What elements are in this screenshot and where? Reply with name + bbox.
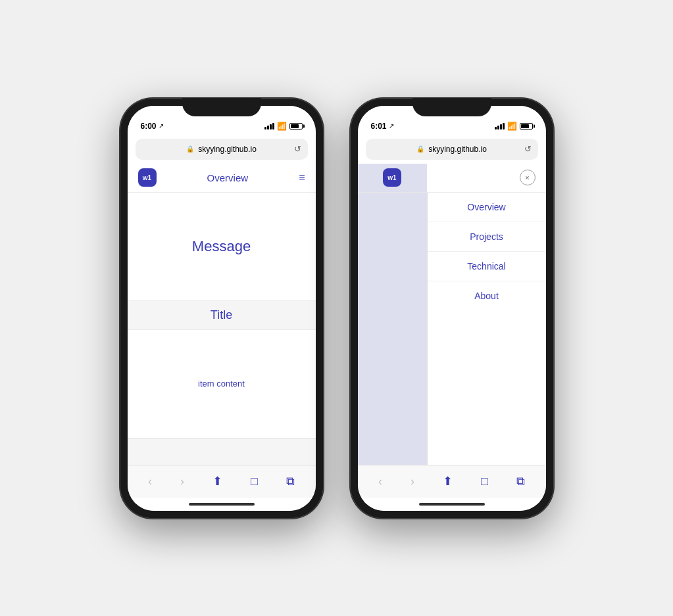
page-content-1: Message Title item content <box>128 193 316 465</box>
message-text: Message <box>192 238 251 255</box>
wifi-icon-1: 📶 <box>277 122 287 131</box>
bottom-bar-2: ‹ › ⬆ □ ⧉ <box>358 465 546 498</box>
forward-button-1[interactable]: › <box>175 472 189 491</box>
overlay-left <box>358 193 427 465</box>
battery-icon-2 <box>520 123 533 130</box>
bottom-bar-1: ‹ › ⬆ □ ⧉ <box>128 465 316 498</box>
home-indicator-1 <box>128 498 316 511</box>
dropdown-menu: Overview Projects Technical About <box>427 193 546 465</box>
home-indicator-2 <box>358 498 546 511</box>
notch-1 <box>182 98 261 116</box>
phone-1: 6:00 ↗ 📶 <box>120 98 324 519</box>
tabs-button-2[interactable]: ⧉ <box>511 472 530 491</box>
nav-bar-2: w1 × <box>358 164 546 193</box>
nav-bar-1: w1 Overview ≡ <box>128 164 316 193</box>
bottom-padding <box>128 438 316 465</box>
lock-icon-2: 🔒 <box>416 145 424 153</box>
back-button-1[interactable]: ‹ <box>143 472 157 491</box>
back-button-2[interactable]: ‹ <box>373 472 387 491</box>
notch-2 <box>412 98 491 116</box>
status-icons-1: 📶 <box>264 122 303 131</box>
refresh-button-1[interactable]: ↺ <box>294 144 301 154</box>
address-field-2[interactable]: 🔒 skyying.github.io ↺ <box>366 139 538 160</box>
status-time-2: 6:01 <box>371 122 387 131</box>
item-content-text: item content <box>198 379 245 389</box>
scene: 6:00 ↗ 📶 <box>93 72 580 545</box>
title-section: Title <box>128 301 316 330</box>
close-button-2[interactable]: × <box>520 170 536 185</box>
address-text-2: skyying.github.io <box>428 145 487 154</box>
status-icons-2: 📶 <box>495 122 533 131</box>
menu-item-technical[interactable]: Technical <box>428 252 546 281</box>
signal-icon-1 <box>264 123 274 130</box>
signal-icon-2 <box>495 123 505 130</box>
phone-2: 6:01 ↗ 📶 <box>350 98 554 519</box>
dropdown-header-2: × <box>427 164 546 193</box>
address-bar-2: 🔒 skyying.github.io ↺ <box>358 135 546 164</box>
home-bar-1 <box>189 503 255 506</box>
logo-badge-2: w1 <box>383 168 401 187</box>
hamburger-icon-1[interactable]: ≡ <box>299 172 305 183</box>
wifi-icon-2: 📶 <box>507 122 517 131</box>
phone2-content: Overview Projects Technical About <box>358 193 546 465</box>
address-text-1: skyying.github.io <box>198 145 257 154</box>
message-section: Message <box>128 193 316 301</box>
menu-item-overview[interactable]: Overview <box>428 193 546 222</box>
tabs-button-1[interactable]: ⧉ <box>281 472 300 491</box>
bookmarks-button-1[interactable]: □ <box>245 472 263 491</box>
address-field-1[interactable]: 🔒 skyying.github.io ↺ <box>136 139 308 160</box>
phone-1-screen: 6:00 ↗ 📶 <box>128 106 316 511</box>
nav-title-1: Overview <box>207 172 249 183</box>
menu-item-about[interactable]: About <box>428 281 546 310</box>
item-content-section: item content <box>128 330 316 438</box>
status-time-1: 6:00 <box>141 122 157 131</box>
logo-badge-1: w1 <box>138 168 157 187</box>
battery-icon-1 <box>289 123 303 130</box>
share-button-1[interactable]: ⬆ <box>207 471 228 491</box>
status-arrow-2: ↗ <box>389 122 394 130</box>
nav-logo-area-2: w1 <box>358 164 427 192</box>
forward-button-2[interactable]: › <box>405 472 420 491</box>
address-bar-1: 🔒 skyying.github.io ↺ <box>128 135 316 164</box>
title-text: Title <box>211 308 232 322</box>
menu-item-projects[interactable]: Projects <box>428 222 546 252</box>
bookmarks-button-2[interactable]: □ <box>476 472 493 491</box>
phone-2-screen: 6:01 ↗ 📶 <box>358 106 546 511</box>
lock-icon-1: 🔒 <box>186 145 194 153</box>
status-arrow-1: ↗ <box>159 122 164 130</box>
refresh-button-2[interactable]: ↺ <box>524 144 532 154</box>
home-bar-2 <box>419 503 485 506</box>
share-button-2[interactable]: ⬆ <box>437 471 458 491</box>
